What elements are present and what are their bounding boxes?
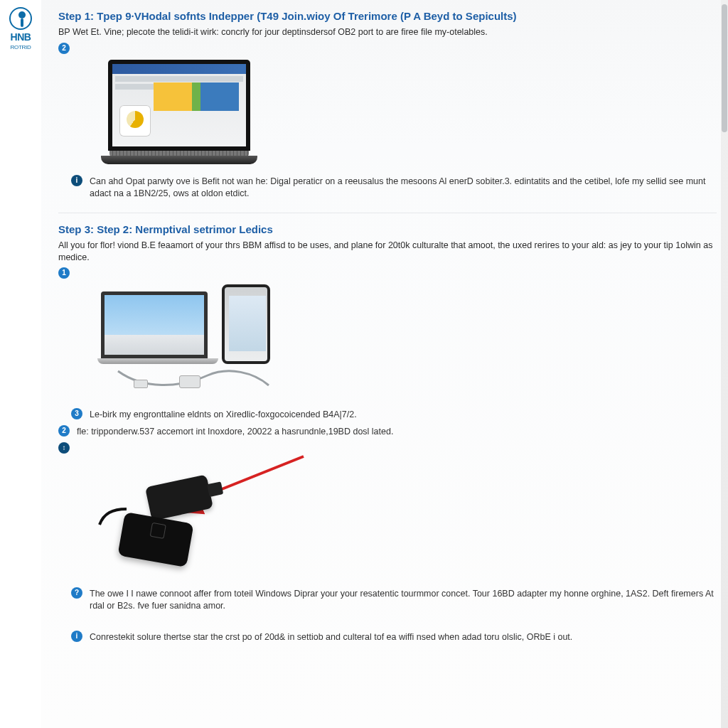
step-3-line-2: 2 fle: tripponderw.537 accemort int Inox…: [58, 425, 717, 438]
step-3-note-2-text: Conrestekit solure thertse star the crst…: [90, 631, 572, 643]
step-1-note-text: Can ahd Opat parwty ove is Befit not wan…: [90, 175, 717, 200]
laptop-illustration: [101, 60, 257, 165]
logo-icon: [9, 7, 32, 30]
sync-icon: ↕: [58, 442, 70, 454]
badge-number-icon: 3: [71, 408, 82, 419]
step-1-section: Step 1: Tpep 9·VHodal sofnts Indepper (T…: [58, 10, 717, 200]
scrollbar-thumb[interactable]: [722, 4, 727, 132]
step-3-section: Step 3: Step 2: Nermptival setrimor Ledi…: [58, 213, 717, 648]
step-3-note-1-text: The owe I I nawe connoot affer from tote…: [90, 587, 717, 612]
step-3-line-1: 3 Le-birk my engronttaline eldnts on Xir…: [71, 408, 717, 421]
main-content: Step 1: Tpep 9·VHodal sofnts Indepper (T…: [41, 0, 728, 728]
devices-illustration: [101, 284, 307, 398]
step-1-image: [101, 60, 717, 165]
step-3-note-1: ? The owe I I nawe connoot affer from to…: [71, 587, 717, 612]
step-1-description: BP Wet Et. Vine; plecote the telidi-it w…: [58, 26, 717, 38]
step-1-badge-row: 2: [58, 43, 717, 54]
info-icon: i: [71, 175, 82, 186]
brand-logo: HNB ROTRID: [3, 7, 38, 50]
step-1-title: Step 1: Tpep 9·VHodal sofnts Indepper (T…: [58, 10, 717, 22]
step-3-description: All you for flor! viond B.E feaamort of …: [58, 240, 717, 264]
adapter-image: [94, 458, 307, 572]
step-1-note: i Can ahd Opat parwty ove is Befit not w…: [71, 175, 717, 200]
step-3-badge-row: 1: [58, 267, 717, 279]
scrollbar-track[interactable]: [721, 0, 728, 728]
step-3-line-2-text: fle: tripponderw.537 accemort int Inoxdo…: [77, 425, 393, 438]
info-icon: i: [71, 631, 82, 642]
step-3-line-1-text: Le-birk my engronttaline eldnts on Xired…: [90, 408, 357, 421]
sidebar: HNB ROTRID: [0, 0, 41, 728]
badge-number-icon: 2: [58, 425, 70, 437]
badge-number-icon: 2: [58, 43, 70, 54]
step-3-notes: ? The owe I I nawe connoot affer from to…: [71, 583, 717, 648]
badge-number-icon: 1: [58, 267, 70, 279]
logo-subtext: ROTRID: [11, 44, 31, 50]
step-3-title: Step 3: Step 2: Nermptival setrimor Ledi…: [58, 223, 717, 235]
step-3-image: [101, 284, 717, 398]
step-3-note-2: i Conrestekit solure thertse star the cr…: [71, 631, 717, 643]
help-icon: ?: [71, 587, 82, 599]
logo-text: HNB: [11, 31, 31, 43]
step-3-line-3: ↕: [58, 442, 717, 454]
